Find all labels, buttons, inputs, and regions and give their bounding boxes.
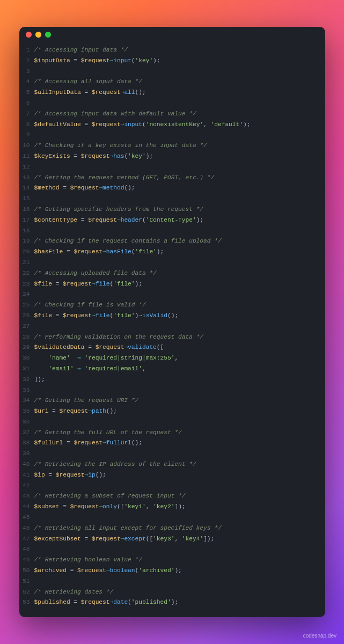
line-number: 49 [19, 555, 30, 566]
code-line: $published = $request→date('published'); [34, 597, 319, 608]
line-number: 12 [19, 162, 30, 173]
code-line: $hasFile = $request→hasFile('file'); [34, 247, 319, 258]
line-number: 50 [19, 566, 30, 576]
code-line [34, 576, 319, 587]
line-number: 36 [19, 417, 30, 428]
line-number: 33 [19, 385, 30, 396]
line-number: 7 [19, 109, 30, 120]
code-line [34, 130, 319, 141]
code-content[interactable]: /* Accessing input data */$inputData = $… [34, 45, 325, 612]
code-line: $file = $request→file('file'); [34, 279, 319, 290]
code-line: /* Checking if a key exists in the input… [34, 141, 319, 151]
code-line [34, 194, 319, 204]
code-line [34, 449, 319, 459]
code-line: /* Retrieving the IP address of the clie… [34, 459, 319, 470]
code-line: $keyExists = $request→has('key'); [34, 151, 319, 162]
line-number: 20 [19, 247, 30, 258]
code-line: /* Getting the request URI */ [34, 396, 319, 406]
line-number: 27 [19, 321, 30, 332]
code-line [34, 321, 319, 332]
code-line: /* Accessing input data */ [34, 45, 319, 56]
code-line [34, 481, 319, 492]
line-number: 8 [19, 120, 30, 130]
code-line: 'email' ⇒ 'required|email', [34, 364, 319, 375]
code-line: /* Performing validation on the request … [34, 332, 319, 343]
line-number: 11 [19, 151, 30, 162]
line-number: 21 [19, 258, 30, 268]
code-line: $fullUrl = $request→fullUrl(); [34, 438, 319, 449]
line-number: 52 [19, 587, 30, 598]
watermark: codesnap.dev [303, 633, 336, 639]
close-icon[interactable] [26, 32, 32, 38]
line-number: 35 [19, 406, 30, 417]
line-number: 5 [19, 87, 30, 98]
line-number: 40 [19, 459, 30, 470]
line-number: 28 [19, 332, 30, 343]
code-line [34, 513, 319, 523]
code-line: $method = $request→method(); [34, 183, 319, 194]
code-line [34, 98, 319, 109]
code-line: $allInputData = $request→all(); [34, 87, 319, 98]
line-number: 32 [19, 375, 30, 385]
minimize-icon[interactable] [35, 32, 41, 38]
code-line: /* Retrieving boolean value */ [34, 555, 319, 566]
line-number: 39 [19, 449, 30, 459]
line-number: 38 [19, 438, 30, 449]
code-line: /* Getting the request method (GET, POST… [34, 173, 319, 184]
line-number: 24 [19, 289, 30, 300]
line-number: 18 [19, 226, 30, 237]
line-number: 1 [19, 45, 30, 56]
line-number: 23 [19, 279, 30, 290]
code-line: /* Getting specific headers from the req… [34, 204, 319, 215]
code-line: $subset = $request→only(['key1', 'key2']… [34, 502, 319, 513]
code-line [34, 385, 319, 396]
line-number: 41 [19, 470, 30, 481]
code-line: /* Accessing input data with default val… [34, 109, 319, 120]
line-number: 31 [19, 364, 30, 375]
line-number: 37 [19, 428, 30, 438]
code-line: $uri = $request→path(); [34, 406, 319, 417]
code-line [34, 544, 319, 555]
line-number: 44 [19, 502, 30, 513]
line-number: 19 [19, 236, 30, 247]
code-line: /* Accessing all input data */ [34, 77, 319, 87]
code-line: /* Retrieving dates */ [34, 587, 319, 598]
code-line: $file = $request→file('file')→isValid(); [34, 311, 319, 321]
code-editor-window: 1234567891011121314151617181920212223242… [19, 27, 325, 617]
code-line [34, 258, 319, 268]
line-number: 29 [19, 342, 30, 353]
line-number: 30 [19, 353, 30, 364]
code-line: 'name' ⇒ 'required|string|max:255', [34, 353, 319, 364]
maximize-icon[interactable] [45, 32, 51, 38]
code-line [34, 67, 319, 77]
code-line: /* Checking if the request contains a fi… [34, 236, 319, 247]
code-line: $defaultValue = $request→input('nonexist… [34, 120, 319, 130]
code-line: $archived = $request→boolean('archived')… [34, 566, 319, 576]
line-number: 47 [19, 534, 30, 545]
line-number: 42 [19, 481, 30, 492]
line-number-gutter: 1234567891011121314151617181920212223242… [19, 45, 34, 612]
line-number: 10 [19, 141, 30, 151]
line-number: 53 [19, 597, 30, 608]
line-number: 13 [19, 173, 30, 184]
line-number: 45 [19, 513, 30, 523]
line-number: 46 [19, 523, 30, 534]
code-line [34, 289, 319, 300]
line-number: 14 [19, 183, 30, 194]
code-line: /* Retrieving a subset of request input … [34, 491, 319, 502]
code-line: $inputData = $request→input('key'); [34, 56, 319, 67]
line-number: 43 [19, 491, 30, 502]
line-number: 16 [19, 204, 30, 215]
code-line: /* Checking if file is valid */ [34, 300, 319, 311]
line-number: 22 [19, 268, 30, 279]
line-number: 34 [19, 396, 30, 406]
line-number: 3 [19, 67, 30, 77]
line-number: 9 [19, 130, 30, 141]
code-line [34, 417, 319, 428]
code-line: /* Accessing uploaded file data */ [34, 268, 319, 279]
code-line: /* Retrieving all input except for speci… [34, 523, 319, 534]
line-number: 26 [19, 311, 30, 321]
code-line: ]); [34, 375, 319, 385]
line-number: 17 [19, 215, 30, 226]
line-number: 25 [19, 300, 30, 311]
